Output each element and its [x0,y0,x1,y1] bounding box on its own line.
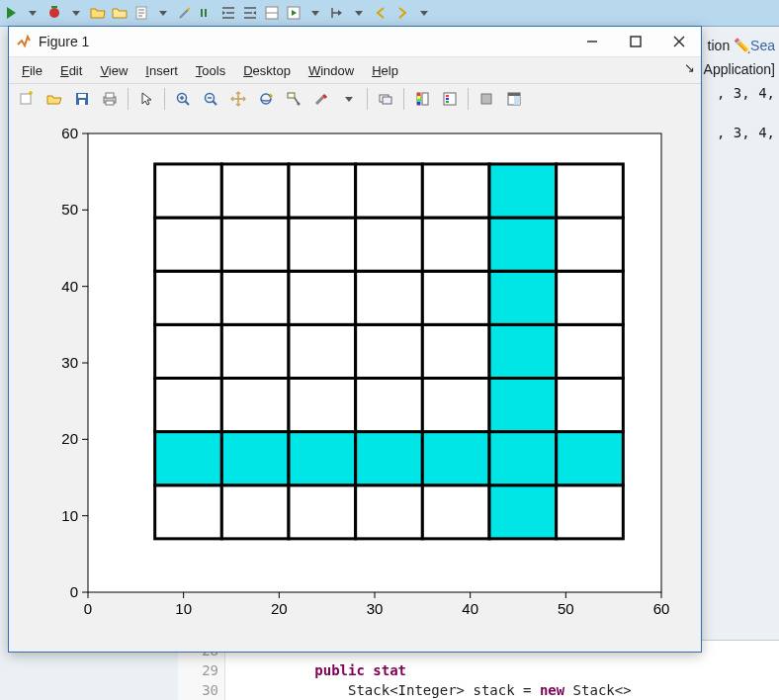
code-line: Stack<Integer> stack = new Stack<> [231,680,779,700]
window-title: Figure 1 [39,34,89,49]
dropdown-icon[interactable] [337,87,361,111]
rollup-button[interactable]: ↘ [684,60,695,75]
search-link[interactable]: Sea [750,38,775,53]
grid-cell [221,378,289,431]
grid-cell [155,378,222,431]
svg-rect-26 [417,102,420,105]
svg-rect-11 [79,100,85,105]
outdent-icon[interactable] [241,4,259,22]
svg-rect-28 [444,93,456,105]
zoom-in-icon[interactable] [171,87,195,111]
grid-cell [422,324,489,378]
close-button[interactable] [657,27,701,56]
grid-cell [356,271,423,324]
grid-cell [221,432,289,485]
grid-cell [356,164,423,218]
x-tick-label: 30 [367,600,384,617]
breakpoint-icon[interactable] [45,4,63,22]
wand-icon[interactable] [176,4,194,22]
save-icon[interactable] [70,87,94,111]
ide-right-panel: tion ✏️Sea Application] , 3, 4, , 3, 4, [704,30,775,148]
menu-help[interactable]: Help [363,61,407,80]
separator [128,88,129,110]
svg-rect-8 [21,94,31,104]
menu-tools[interactable]: Tools [187,61,234,80]
folder-browse-icon[interactable] [111,4,129,22]
menu-window[interactable]: Window [300,61,363,80]
grid-cell [422,271,489,324]
grid-cell [557,164,624,218]
code-text: Stack<> [564,682,631,698]
back-icon[interactable] [372,4,390,22]
datacursor-icon[interactable] [282,87,305,111]
title-bar[interactable]: Figure 1 [9,27,701,57]
pointer-icon[interactable] [134,87,158,111]
grid-cell [289,485,356,539]
x-tick-label: 50 [558,600,574,617]
grid-cell [155,218,222,271]
hide-plot-tools-icon[interactable] [475,87,498,111]
dropdown-icon[interactable] [67,4,85,22]
dropdown-icon[interactable] [154,4,172,22]
grid-cell [289,218,356,271]
grid-cell [289,378,356,431]
svg-rect-13 [106,93,114,98]
menu-desktop[interactable]: Desktop [234,61,300,80]
print-icon[interactable] [98,87,122,111]
code-fragment: , 3, 4, [704,125,775,140]
section-icon[interactable] [263,4,281,22]
open-icon[interactable] [43,87,66,111]
forward-icon[interactable] [393,4,411,22]
keyword: public stat [314,662,406,678]
comment-icon[interactable] [198,4,216,22]
menu-file[interactable]: File [13,61,51,80]
new-figure-icon[interactable] [15,87,39,111]
maximize-button[interactable] [614,27,657,56]
grid-cell [356,485,423,539]
script-icon[interactable] [132,4,150,22]
grid-cell [422,218,489,271]
figure-toolbar [9,84,701,115]
grid-cell [557,432,624,485]
minimize-button[interactable] [570,27,614,56]
grid-cell [489,432,557,485]
grid-cell [489,271,557,324]
run-icon[interactable] [2,4,20,22]
axes-area[interactable]: 01020304050600102030405060 [9,114,701,652]
pan-icon[interactable] [226,87,250,111]
step-icon[interactable] [328,4,346,22]
link-icon[interactable] [374,87,397,111]
line-number: 29 [178,660,218,680]
dropdown-icon[interactable] [350,4,368,22]
dropdown-icon[interactable] [415,4,433,22]
grid-cell [489,378,557,431]
svg-point-19 [298,103,301,106]
grid-cell [489,324,557,378]
svg-rect-27 [422,93,428,105]
grid-cell [422,432,489,485]
zoom-out-icon[interactable] [199,87,222,111]
svg-rect-5 [631,37,641,46]
grid-cell [422,164,489,218]
grid-cell [422,485,489,539]
grid-cell [489,218,557,271]
grid-cell [356,324,423,378]
run-section-icon[interactable] [285,4,303,22]
dropdown-icon[interactable] [306,4,324,22]
ide-toolbar [0,0,779,27]
dock-icon[interactable] [502,87,526,111]
rotate3d-icon[interactable] [254,87,278,111]
grid-cell [155,485,222,539]
svg-rect-32 [514,96,520,105]
separator [403,88,404,110]
colorbar-icon[interactable] [410,87,434,111]
legend-icon[interactable] [438,87,462,111]
dropdown-icon[interactable] [24,4,42,22]
menu-edit[interactable]: Edit [51,61,91,80]
folder-open-icon[interactable] [89,4,107,22]
menu-insert[interactable]: Insert [136,61,187,80]
menu-view[interactable]: View [91,61,136,80]
brush-icon[interactable] [309,87,333,111]
code-fragment: , 3, 4, [704,85,775,101]
indent-icon[interactable] [219,4,237,22]
